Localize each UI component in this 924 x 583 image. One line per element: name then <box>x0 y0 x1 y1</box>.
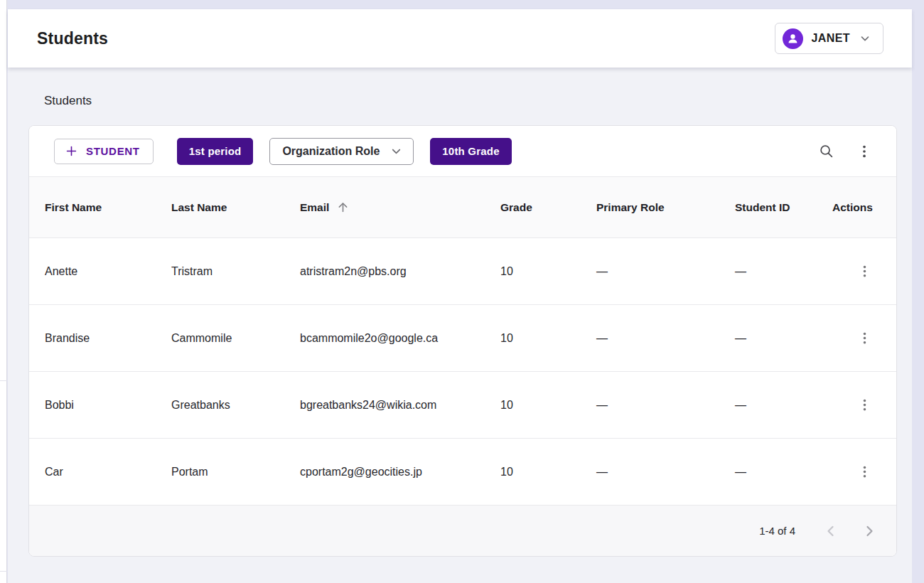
user-name: JANET <box>812 32 850 45</box>
filter-grade-chip[interactable]: 10th Grade <box>430 138 511 165</box>
cell-primary-role: — <box>596 399 735 412</box>
organization-role-dropdown[interactable]: Organization Role <box>269 138 414 165</box>
table-menu-button[interactable] <box>850 137 879 166</box>
kebab-menu-icon <box>856 144 872 159</box>
cell-student-id: — <box>735 466 832 478</box>
column-header-student-id[interactable]: Student ID <box>735 201 832 214</box>
rail-divider <box>0 380 7 381</box>
user-menu-button[interactable]: JANET <box>775 23 883 54</box>
chevron-left-icon <box>822 523 839 540</box>
cell-email: cportam2g@geocities.jp <box>300 466 500 478</box>
page-content: Students STUDENT 1st period Organization… <box>8 94 912 557</box>
cell-student-id: — <box>735 399 832 412</box>
cell-last-name: Tristram <box>171 265 300 278</box>
page-title: Students <box>37 29 108 48</box>
avatar <box>783 28 803 49</box>
kebab-menu-icon <box>857 264 872 279</box>
cell-last-name: Greatbanks <box>171 399 300 412</box>
toolbar-actions <box>812 137 879 166</box>
students-card: STUDENT 1st period Organization Role 10t… <box>28 125 897 557</box>
cell-first-name: Bobbi <box>45 399 171 412</box>
column-header-actions: Actions <box>832 201 896 214</box>
chevron-right-icon <box>861 523 878 540</box>
organization-role-label: Organization Role <box>282 145 380 158</box>
column-header-email[interactable]: Email <box>300 200 500 214</box>
table-body: Anette Tristram atristram2n@pbs.org 10 —… <box>29 238 896 506</box>
cell-email: bgreatbanks24@wikia.com <box>300 399 500 412</box>
column-header-first-name[interactable]: First Name <box>45 201 171 214</box>
section-title: Students <box>44 94 897 108</box>
table-footer: 1-4 of 4 <box>29 506 896 556</box>
filter-period-chip[interactable]: 1st period <box>177 138 254 165</box>
table-row: Anette Tristram atristram2n@pbs.org 10 —… <box>29 238 896 305</box>
plus-icon <box>65 144 78 158</box>
cell-first-name: Anette <box>45 265 171 278</box>
cell-primary-role: — <box>596 265 735 278</box>
cell-grade: 10 <box>500 399 596 412</box>
cell-first-name: Car <box>45 466 171 478</box>
cell-grade: 10 <box>500 466 596 478</box>
kebab-menu-icon <box>857 464 872 479</box>
pagination-range: 1-4 of 4 <box>759 525 795 537</box>
cell-grade: 10 <box>500 332 596 345</box>
column-header-last-name[interactable]: Last Name <box>171 201 300 214</box>
cell-first-name: Brandise <box>45 332 171 345</box>
previous-page-button[interactable] <box>815 515 847 547</box>
chevron-down-icon <box>859 32 871 45</box>
row-actions-button[interactable] <box>850 391 879 419</box>
row-actions-button[interactable] <box>850 458 879 486</box>
left-rail <box>0 0 7 583</box>
main-panel: Students JANET Students STUD <box>8 9 912 583</box>
kebab-menu-icon <box>857 331 872 346</box>
avatar-person-icon <box>786 32 800 46</box>
row-actions-button[interactable] <box>850 324 879 353</box>
table-toolbar: STUDENT 1st period Organization Role 10t… <box>29 126 896 177</box>
cell-student-id: — <box>735 332 832 345</box>
cell-email: bcammomile2o@google.ca <box>300 332 500 345</box>
cell-last-name: Portam <box>171 466 300 478</box>
table-row: Car Portam cportam2g@geocities.jp 10 — — <box>29 439 896 506</box>
table-header-row: First Name Last Name Email Grade Primary… <box>29 177 896 238</box>
next-page-button[interactable] <box>854 515 885 547</box>
row-actions-button[interactable] <box>850 257 879 286</box>
cell-primary-role: — <box>596 332 735 345</box>
cell-email: atristram2n@pbs.org <box>300 265 500 278</box>
table-row: Brandise Cammomile bcammomile2o@google.c… <box>29 305 896 372</box>
cell-grade: 10 <box>500 265 596 278</box>
cell-primary-role: — <box>596 466 735 478</box>
column-header-email-label: Email <box>300 201 329 214</box>
add-student-button[interactable]: STUDENT <box>54 139 154 164</box>
kebab-menu-icon <box>857 397 872 412</box>
search-icon <box>818 143 834 159</box>
sort-ascending-icon <box>336 200 350 214</box>
cell-last-name: Cammomile <box>171 332 300 345</box>
table-row: Bobbi Greatbanks bgreatbanks24@wikia.com… <box>29 372 896 439</box>
cell-student-id: — <box>735 265 832 278</box>
column-header-primary-role[interactable]: Primary Role <box>596 201 735 214</box>
add-student-label: STUDENT <box>86 145 140 157</box>
app-header: Students JANET <box>8 9 912 68</box>
search-button[interactable] <box>812 137 840 166</box>
chevron-down-icon <box>390 144 403 158</box>
rail-divider <box>0 571 7 572</box>
column-header-grade[interactable]: Grade <box>500 201 596 214</box>
